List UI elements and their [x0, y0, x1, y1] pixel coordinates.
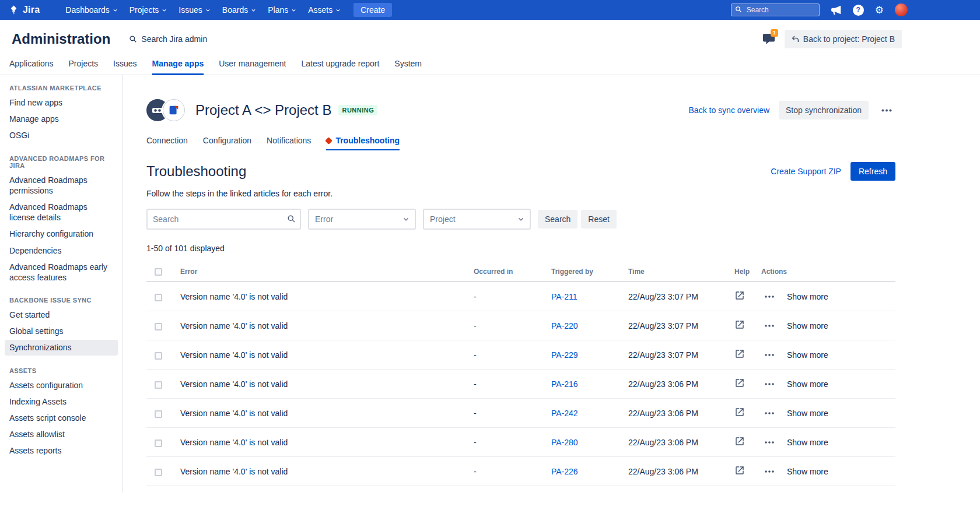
- triggered-by-link[interactable]: PA-280: [551, 438, 578, 447]
- create-support-zip-link[interactable]: Create Support ZIP: [771, 167, 841, 176]
- notifications-icon[interactable]: 1: [762, 33, 775, 45]
- stop-synchronization-button[interactable]: Stop synchronization: [779, 101, 869, 119]
- help-icon[interactable]: ?: [853, 5, 864, 16]
- table-row: Version name '4.0' is not valid - PA-211…: [146, 282, 895, 311]
- admin-tab[interactable]: Manage apps: [152, 56, 204, 75]
- triggered-by-link[interactable]: PA-229: [551, 350, 578, 360]
- back-to-sync-overview-link[interactable]: Back to sync overview: [689, 106, 770, 115]
- sync-tab[interactable]: Configuration: [203, 136, 251, 150]
- sidebar-item[interactable]: Assets configuration: [5, 378, 118, 393]
- more-actions-icon[interactable]: [761, 351, 778, 358]
- more-actions-icon[interactable]: [761, 380, 778, 388]
- admin-tab[interactable]: System: [394, 56, 422, 75]
- row-checkbox[interactable]: [155, 439, 162, 447]
- sidebar-item[interactable]: OSGi: [5, 128, 118, 143]
- sidebar-item[interactable]: Indexing Assets: [5, 394, 118, 409]
- triggered-by-link[interactable]: PA-242: [551, 409, 578, 418]
- create-button[interactable]: Create: [354, 3, 392, 17]
- search-jira-admin-button[interactable]: Search Jira admin: [129, 34, 207, 44]
- chevron-down-icon: [402, 216, 410, 223]
- triggered-by-link[interactable]: PA-220: [551, 321, 578, 330]
- topnav-menu-item[interactable]: Plans: [262, 0, 302, 20]
- sidebar-item[interactable]: Advanced Roadmaps early access features: [5, 259, 118, 285]
- select-all-checkbox[interactable]: [155, 268, 162, 276]
- sidebar-item-label: Manage apps: [9, 114, 59, 124]
- show-more-button[interactable]: Show more: [787, 379, 828, 389]
- gear-icon[interactable]: ⚙: [875, 5, 884, 15]
- project-filter-select[interactable]: Project: [423, 209, 531, 230]
- sync-tab[interactable]: Troubleshooting: [326, 136, 400, 150]
- sidebar-item[interactable]: Global settings: [5, 323, 118, 339]
- triggered-by-link[interactable]: PA-211: [551, 292, 578, 301]
- sidebar-item[interactable]: Dependencies: [5, 243, 118, 258]
- external-link-icon[interactable]: [734, 465, 745, 476]
- external-link-icon[interactable]: [734, 378, 745, 388]
- sidebar-item-label: Assets allowlist: [9, 430, 65, 439]
- show-more-button[interactable]: Show more: [787, 321, 828, 330]
- show-more-button[interactable]: Show more: [787, 292, 828, 301]
- more-actions-icon[interactable]: [761, 293, 778, 300]
- sidebar-item[interactable]: Assets script console: [5, 410, 118, 425]
- more-actions-icon[interactable]: [761, 438, 778, 446]
- topnav-menu-item[interactable]: Dashboards: [60, 0, 124, 20]
- sync-tab[interactable]: Notifications: [267, 136, 311, 150]
- show-more-button[interactable]: Show more: [787, 438, 828, 447]
- search-button[interactable]: Search: [538, 210, 578, 228]
- external-link-icon[interactable]: [734, 349, 745, 359]
- row-checkbox[interactable]: [155, 410, 162, 418]
- error-filter-select[interactable]: Error: [308, 209, 416, 230]
- sync-tab[interactable]: Connection: [146, 136, 188, 150]
- row-checkbox[interactable]: [155, 323, 162, 330]
- jira-logo[interactable]: Jira: [8, 5, 40, 16]
- sidebar-item[interactable]: Advanced Roadmaps license details: [5, 199, 118, 225]
- external-link-icon[interactable]: [734, 436, 745, 446]
- more-actions-icon[interactable]: [761, 322, 778, 329]
- more-actions-icon[interactable]: [761, 409, 778, 417]
- more-actions-icon[interactable]: [878, 107, 895, 114]
- row-checkbox[interactable]: [155, 352, 162, 360]
- global-search[interactable]: [731, 3, 820, 16]
- sidebar-item[interactable]: Advanced Roadmaps permissions: [5, 173, 118, 198]
- show-more-button[interactable]: Show more: [787, 467, 828, 476]
- sidebar-item[interactable]: Assets allowlist: [5, 427, 118, 442]
- sidebar-item[interactable]: Find new apps: [5, 95, 118, 110]
- global-search-input[interactable]: [731, 3, 820, 16]
- sidebar-item[interactable]: Manage apps: [5, 111, 118, 126]
- external-link-icon[interactable]: [734, 407, 745, 417]
- external-link-icon[interactable]: [734, 319, 745, 330]
- admin-tab[interactable]: Latest upgrade report: [301, 56, 379, 75]
- sidebar-item[interactable]: Synchronizations: [5, 340, 118, 355]
- error-search-input[interactable]: [146, 209, 301, 230]
- topnav-menu-item[interactable]: Assets: [302, 0, 346, 20]
- admin-tab-label: Issues: [113, 59, 136, 68]
- sidebar-item-label: Assets script console: [9, 413, 86, 423]
- triggered-by-link[interactable]: PA-216: [551, 379, 578, 389]
- feedback-megaphone-icon[interactable]: [831, 5, 842, 15]
- admin-tab[interactable]: Issues: [113, 56, 136, 75]
- triggered-by-link[interactable]: PA-226: [551, 467, 578, 476]
- show-more-button[interactable]: Show more: [787, 409, 828, 418]
- sidebar-item[interactable]: Get started: [5, 307, 118, 322]
- topnav-menu-item[interactable]: Projects: [124, 0, 173, 20]
- table-row: Show more: [146, 486, 895, 493]
- topnav-menu-item[interactable]: Issues: [173, 0, 216, 20]
- show-more-button[interactable]: Show more: [787, 350, 828, 360]
- occurred-in-value: -: [469, 370, 547, 399]
- sidebar-item[interactable]: Assets reports: [5, 443, 118, 458]
- more-actions-icon[interactable]: [761, 467, 778, 475]
- chevron-down-icon: [113, 8, 118, 13]
- reset-button[interactable]: Reset: [581, 210, 617, 228]
- row-checkbox[interactable]: [155, 469, 162, 476]
- admin-tab[interactable]: Applications: [9, 56, 54, 75]
- external-link-icon[interactable]: [734, 290, 745, 301]
- user-avatar[interactable]: [895, 3, 908, 16]
- row-checkbox[interactable]: [155, 294, 162, 301]
- admin-tab[interactable]: User management: [219, 56, 286, 75]
- back-to-project-button[interactable]: Back to project: Project B: [785, 30, 902, 48]
- topnav-menu-item[interactable]: Boards: [216, 0, 262, 20]
- row-checkbox[interactable]: [155, 381, 162, 389]
- admin-tab[interactable]: Projects: [69, 56, 99, 75]
- refresh-button[interactable]: Refresh: [850, 162, 895, 181]
- search-icon[interactable]: [287, 214, 296, 223]
- sidebar-item[interactable]: Hierarchy configuration: [5, 226, 118, 241]
